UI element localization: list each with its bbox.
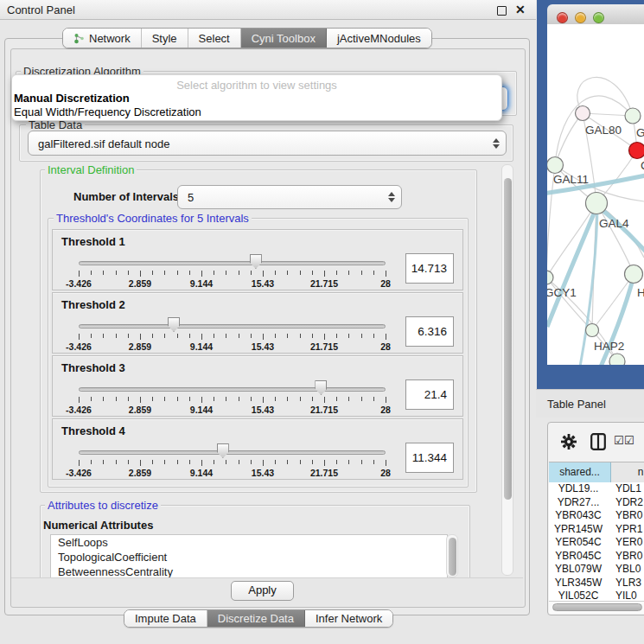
tab-network[interactable]: Network <box>63 29 142 48</box>
table-data-combobox[interactable]: galFiltered.sif default node <box>28 131 507 156</box>
gear-icon[interactable] <box>561 434 577 450</box>
tick-mark <box>201 271 202 277</box>
table-panel-title: Table Panel <box>547 398 606 411</box>
tick-mark <box>373 397 374 401</box>
table-row[interactable]: YPR145WYPR1 <box>549 523 644 537</box>
threshold-1-box: Threshold 1-3.4262.8599.14415.4321.71528… <box>52 229 463 290</box>
numerical-attributes-list[interactable]: SelfLoopsTopologicalCoefficientBetweenne… <box>50 534 448 579</box>
tick-mark <box>275 397 276 401</box>
table-row[interactable]: YBL079WYBL0 <box>549 563 644 577</box>
tab-select[interactable]: Select <box>188 29 241 48</box>
network-node-g[interactable] <box>625 108 641 124</box>
tick-mark <box>189 460 190 464</box>
table-row[interactable]: YLR345WYLR3 <box>549 577 644 590</box>
checkbox-checked-icon[interactable]: ☑ <box>624 434 634 447</box>
attributes-list-scrollbar[interactable] <box>446 534 458 577</box>
tick-mark <box>79 271 80 277</box>
tick-label: 21.715 <box>294 468 354 478</box>
tick-mark <box>164 397 165 401</box>
number-of-intervals-combobox[interactable]: 5 <box>177 185 402 209</box>
tick-mark <box>152 334 153 338</box>
close-icon[interactable]: ✕ <box>515 3 526 16</box>
tick-mark <box>116 397 117 401</box>
threshold-slider-handle[interactable] <box>315 380 327 395</box>
threshold-value-field[interactable]: 6.316 <box>405 316 454 347</box>
node-label: C <box>641 159 644 172</box>
threshold-value-field[interactable]: 11.344 <box>405 443 454 473</box>
network-node-c[interactable] <box>629 143 644 159</box>
column-header-name[interactable]: n <box>611 462 644 482</box>
slider-ticks <box>79 271 386 278</box>
algorithm-placeholder-option[interactable]: Select algorithm to view settings <box>12 79 501 92</box>
table-row[interactable]: YDR27...YDR2 <box>549 496 644 510</box>
tab-discretize-data[interactable]: Discretize Data <box>207 610 305 627</box>
split-columns-icon[interactable] <box>590 433 606 450</box>
column-header-shared-name[interactable]: shared... <box>549 462 611 482</box>
threshold-slider-track[interactable] <box>79 324 386 328</box>
tick-mark <box>164 271 165 275</box>
tick-mark <box>336 460 337 464</box>
scrollbar-thumb[interactable] <box>504 178 512 500</box>
close-traffic-light[interactable] <box>557 12 568 23</box>
tick-mark <box>116 271 117 275</box>
table-row[interactable]: YIL052CYIL0 <box>549 590 644 601</box>
tab-style[interactable]: Style <box>142 29 188 48</box>
network-window-titlebar[interactable] <box>547 4 644 25</box>
interval-definition-group-title: Interval Definition <box>45 163 137 176</box>
threshold-value-field[interactable]: 14.713 <box>405 253 454 284</box>
content-vertical-scrollbar[interactable] <box>501 164 513 576</box>
table-header-row: shared... n <box>549 462 644 483</box>
network-node-h[interactable] <box>625 265 643 284</box>
scrollbar-thumb[interactable] <box>552 603 642 611</box>
tab-label: Select <box>199 32 230 45</box>
attribute-list-item[interactable]: SelfLoops <box>51 535 447 550</box>
tick-mark <box>103 460 104 464</box>
tick-mark <box>201 397 202 403</box>
network-canvas[interactable]: GAL80GCGAL11GAL4GCY1HHAP2 <box>547 24 644 365</box>
threshold-value-field[interactable]: 21.4 <box>405 379 454 410</box>
tick-mark <box>116 334 117 338</box>
table-row[interactable]: YBR043CYBR0 <box>549 509 644 523</box>
tick-mark <box>140 271 141 277</box>
threshold-slider-track[interactable] <box>79 387 386 392</box>
checkbox-checked-icon[interactable]: ☑ <box>614 434 624 447</box>
network-node-gal11[interactable] <box>547 157 564 174</box>
table-horizontal-scrollbar[interactable] <box>549 601 644 614</box>
threshold-slider-handle[interactable] <box>250 254 262 269</box>
tab-infer-network[interactable]: Infer Network <box>305 610 392 627</box>
tick-mark <box>201 460 202 466</box>
number-of-intervals-label: Number of Intervals <box>73 190 179 203</box>
tab-jactivemnodules[interactable]: jActiveMNodules <box>327 29 431 48</box>
cell-shared-name: YLR345W <box>549 577 608 590</box>
control-panel-titlebar: Control Panel ✕ <box>0 0 536 20</box>
tick-mark <box>189 397 190 401</box>
threshold-slider-track[interactable] <box>79 261 386 265</box>
float-window-icon[interactable] <box>497 6 507 16</box>
scrollbar-thumb[interactable] <box>449 538 456 576</box>
tick-mark <box>239 334 239 338</box>
threshold-slider-handle[interactable] <box>168 317 180 332</box>
tick-mark <box>214 271 214 275</box>
attributes-group-title: Attributes to discretize <box>45 499 161 512</box>
zoom-traffic-light[interactable] <box>593 12 604 23</box>
network-node-hap2[interactable] <box>586 324 599 337</box>
tick-mark <box>263 271 264 277</box>
tick-mark <box>140 334 141 340</box>
table-data-selected-value: galFiltered.sif default node <box>38 137 169 150</box>
attribute-list-item[interactable]: TopologicalCoefficient <box>51 550 447 564</box>
apply-button[interactable]: Apply <box>231 581 294 601</box>
network-node-gal80[interactable] <box>576 106 590 121</box>
tab-impute-data[interactable]: Impute Data <box>124 610 207 627</box>
cell-name: YBL0 <box>608 563 644 577</box>
network-node[interactable] <box>609 354 625 365</box>
threshold-slider-handle[interactable] <box>217 443 229 458</box>
network-node-gal4[interactable] <box>586 193 608 214</box>
table-row[interactable]: YER054CYER0 <box>549 536 644 550</box>
threshold-slider-track[interactable] <box>79 450 386 455</box>
algorithm-option-manual[interactable]: Manual Discretization <box>14 92 130 105</box>
minimize-traffic-light[interactable] <box>575 12 586 23</box>
table-row[interactable]: YDL19...YDL1 <box>549 482 644 496</box>
tab-cyni-toolbox[interactable]: Cyni Toolbox <box>241 29 327 48</box>
algorithm-option-equal-width[interactable]: Equal Width/Frequency Discretization <box>14 105 201 118</box>
table-row[interactable]: YBR045CYBR0 <box>549 550 644 564</box>
